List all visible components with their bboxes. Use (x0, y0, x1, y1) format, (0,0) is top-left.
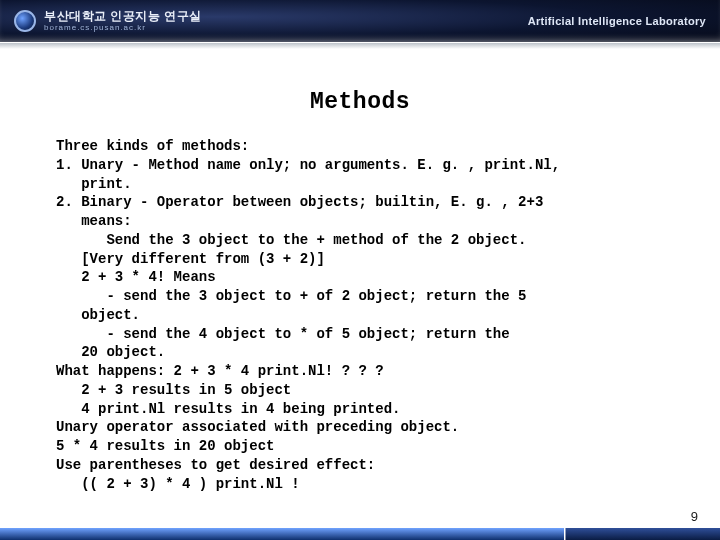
brand-url: borame.cs.pusan.ac.kr (44, 24, 202, 32)
slide-body: Three kinds of methods: 1. Unary - Metho… (56, 137, 664, 493)
footer-bar (0, 528, 720, 540)
brand-block: 부산대학교 인공지능 연구실 borame.cs.pusan.ac.kr (14, 10, 202, 32)
university-logo-icon (14, 10, 36, 32)
content-area: Methods Three kinds of methods: 1. Unary… (0, 49, 720, 540)
lab-name: Artificial Intelligence Laboratory (528, 15, 706, 27)
page-number: 9 (691, 509, 698, 524)
slide-title: Methods (56, 89, 664, 115)
header-band: 부산대학교 인공지능 연구실 borame.cs.pusan.ac.kr Art… (0, 0, 720, 42)
brand-organization: 부산대학교 인공지능 연구실 (44, 10, 202, 22)
brand-text: 부산대학교 인공지능 연구실 borame.cs.pusan.ac.kr (44, 10, 202, 32)
slide: 부산대학교 인공지능 연구실 borame.cs.pusan.ac.kr Art… (0, 0, 720, 540)
footer-bar-left (0, 528, 564, 540)
footer-bar-right (565, 528, 720, 540)
